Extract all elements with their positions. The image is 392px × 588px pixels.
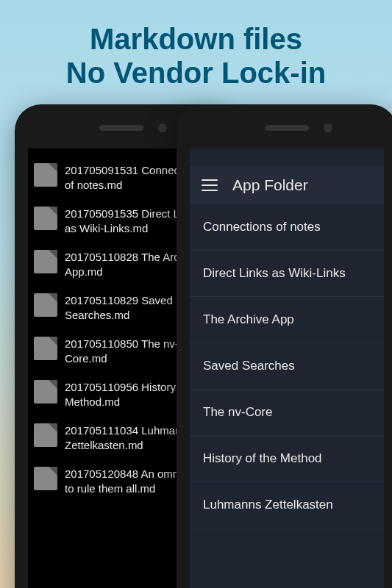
headline-line2: No Vendor Lock-in xyxy=(15,56,377,90)
file-icon xyxy=(34,207,57,230)
note-item[interactable]: The nv-Core xyxy=(190,390,384,436)
note-item[interactable]: Direct Links as Wiki-Links xyxy=(190,251,384,297)
promo-headline: Markdown files No Vendor Lock-in xyxy=(0,0,392,104)
file-icon xyxy=(34,337,57,360)
note-item[interactable]: History of the Method xyxy=(190,436,384,482)
phone-camera xyxy=(158,123,167,132)
phone-speaker xyxy=(265,125,309,131)
file-icon xyxy=(34,380,57,404)
status-bar xyxy=(190,148,384,166)
phone-mockups: 201705091531 Connections of notes.md 201… xyxy=(0,104,392,588)
appbar-title: App Folder xyxy=(232,176,308,194)
file-icon xyxy=(34,467,57,490)
file-icon xyxy=(34,163,57,187)
file-icon xyxy=(34,423,57,447)
app-bar: App Folder xyxy=(190,166,384,204)
menu-icon[interactable] xyxy=(202,179,218,191)
note-item[interactable]: The Archive App xyxy=(190,297,384,343)
file-icon xyxy=(34,293,57,317)
phone-right: App Folder Connections of notes Direct L… xyxy=(177,104,392,588)
phone-speaker xyxy=(99,125,143,131)
note-item[interactable]: Connections of notes xyxy=(190,204,384,251)
headline-line1: Markdown files xyxy=(15,22,377,56)
note-item[interactable]: Saved Searches xyxy=(190,343,384,390)
phone-camera xyxy=(324,123,332,132)
note-item[interactable]: Luhmanns Zettelkasten xyxy=(190,482,384,528)
file-icon xyxy=(34,250,57,273)
app-screen: App Folder Connections of notes Direct L… xyxy=(190,148,384,588)
